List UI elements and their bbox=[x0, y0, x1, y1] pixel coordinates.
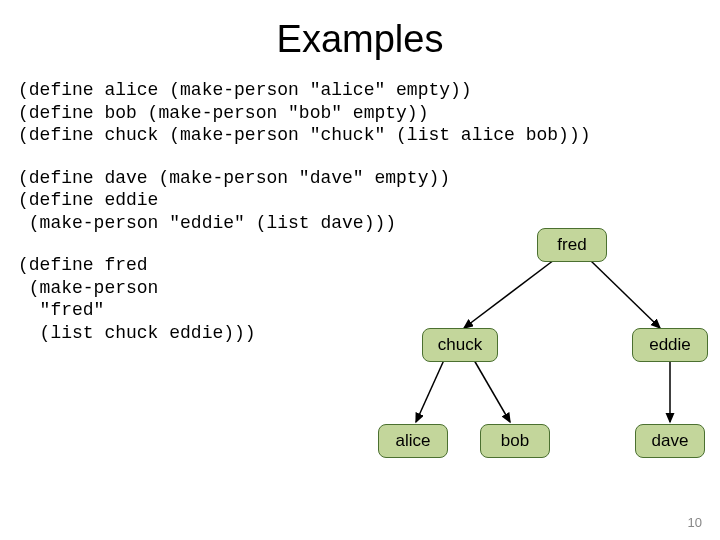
code-block-1: (define alice (make-person "alice" empty… bbox=[0, 79, 720, 147]
tree-node-eddie: eddie bbox=[632, 328, 708, 362]
slide-number: 10 bbox=[688, 515, 702, 530]
svg-line-0 bbox=[464, 260, 554, 328]
tree-node-fred: fred bbox=[537, 228, 607, 262]
page-title: Examples bbox=[0, 18, 720, 61]
svg-line-1 bbox=[590, 260, 660, 328]
tree-diagram: fred chuck eddie alice bob dave bbox=[382, 218, 712, 478]
tree-node-alice: alice bbox=[378, 424, 448, 458]
svg-line-3 bbox=[474, 360, 510, 422]
svg-line-2 bbox=[416, 360, 444, 422]
tree-node-dave: dave bbox=[635, 424, 705, 458]
tree-node-bob: bob bbox=[480, 424, 550, 458]
tree-node-chuck: chuck bbox=[422, 328, 498, 362]
